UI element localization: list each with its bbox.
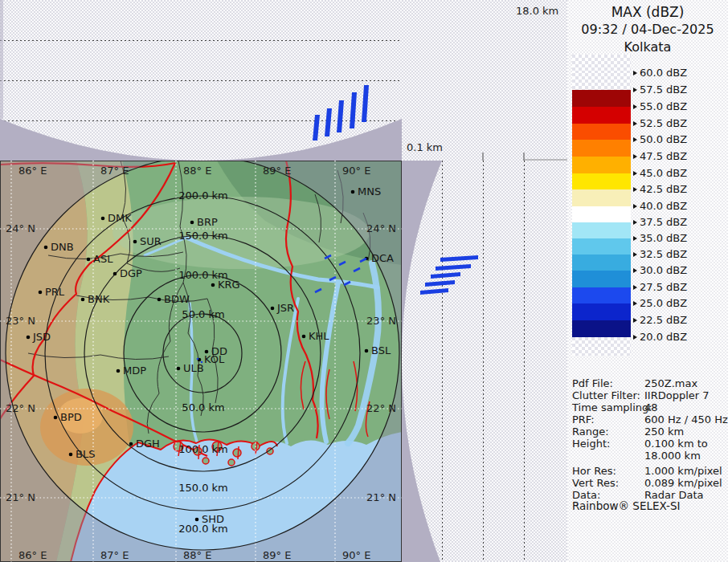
lon-label-bottom: 87° E [100, 549, 129, 561]
info-label: Time sampling: [572, 401, 652, 413]
info-value: 250Z.max [644, 377, 697, 389]
scale-value-label: 52.5 dBZ [640, 117, 687, 128]
scale-band [572, 271, 631, 287]
station-label: DCA [371, 252, 394, 264]
info-label: Clutter Filter: [572, 389, 640, 401]
scale-value-label: 22.5 dBZ [640, 314, 687, 325]
scale-band [572, 140, 631, 157]
ew-echo-bar [313, 115, 320, 140]
height-axis-corner: 18.0 km 0.1 km [402, 0, 567, 161]
ew-echo-bar [350, 92, 357, 128]
scale-band [572, 206, 631, 222]
station-marker [157, 298, 162, 302]
ew-echo-bar [362, 85, 369, 122]
station-marker [211, 283, 215, 287]
echo-dot [201, 361, 203, 364]
lon-label-top: 89° E [263, 165, 291, 177]
scale-tick-arrow-icon [633, 187, 637, 192]
lat-label-right: 21° N [366, 491, 396, 503]
station-label: DMK [108, 212, 132, 224]
lat-label-right: 24° N [366, 222, 396, 234]
info-value: 0.089 km/pixel [644, 477, 722, 489]
lon-label-top: 88° E [183, 165, 211, 177]
info-value: IIRDoppler 7 [644, 389, 710, 401]
scale-value-label: 42.5 dBZ [640, 183, 687, 194]
station-label: DGP [120, 267, 142, 279]
scale-tick-arrow-icon [633, 154, 637, 159]
station-marker [39, 291, 43, 295]
scale-value-label: 57.5 dBZ [640, 83, 687, 95]
station-marker [133, 240, 137, 244]
scale-value-label: 45.0 dBZ [640, 167, 687, 178]
station-marker [101, 217, 105, 221]
station-marker [69, 453, 73, 457]
station-label: KHL [309, 330, 329, 342]
scale-value-label: 30.0 dBZ [640, 264, 687, 275]
lon-label-top: 87° E [100, 165, 129, 177]
range-ring-label: 150.0 km [178, 230, 228, 242]
scale-band [572, 189, 631, 206]
station-label: KOL [204, 353, 225, 365]
station-label: MNS [358, 185, 381, 198]
ew-echo-bar [325, 108, 332, 136]
range-ring-label: 50.0 km [182, 308, 224, 320]
ew-echo-bar [337, 100, 344, 132]
scale-band [572, 238, 631, 255]
scale-value-label: 20.0 dBZ [640, 331, 687, 342]
scale-band [572, 222, 631, 238]
info-value: 1.000 km/pixel [644, 465, 722, 477]
station-marker [87, 258, 91, 262]
station-label: JSD [32, 331, 51, 343]
scale-value-label: 32.5 dBZ [640, 248, 687, 259]
software-brand: Rainbow® SELEX-SI [572, 499, 680, 512]
scale-tick-arrow-icon [633, 285, 637, 290]
scale-tick-arrow-icon [633, 121, 637, 126]
station-label: DNB [51, 241, 74, 253]
scale-band [572, 73, 631, 90]
scale-band [572, 55, 631, 73]
range-ring-label: 200.0 km [178, 189, 228, 202]
scale-band [572, 287, 631, 303]
legend-panel: MAX (dBZ) 09:32 / 04-Dec-2025 Kolkata 60… [567, 0, 728, 562]
scale-value-label: 47.5 dBZ [640, 150, 687, 161]
scale-value-label: 40.0 dBZ [640, 200, 687, 211]
scale-tick-arrow-icon [633, 252, 637, 257]
scale-tick-arrow-icon [633, 236, 637, 241]
ns-echo-bar [431, 272, 460, 279]
scale-band [572, 90, 631, 107]
info-label: Hor Res: [572, 465, 616, 477]
station-marker [365, 349, 369, 353]
station-label: SHD [202, 513, 224, 525]
ns-echo-bar [425, 280, 455, 287]
scale-band [572, 255, 631, 271]
lat-label-left: 22° N [6, 402, 35, 414]
range-ring-label: 150.0 km [178, 482, 228, 494]
scale-band [572, 320, 631, 337]
ppi-map: 86° E86° E87° E87° E88° E88° E89° E89° E… [0, 161, 402, 562]
scale-value-label: 25.0 dBZ [640, 297, 687, 308]
info-value: 48 [644, 401, 658, 413]
scale-tick-arrow-icon [633, 204, 637, 209]
ns-echo-bar [420, 288, 448, 295]
ns-echo-bar [436, 264, 471, 271]
ns-projection-panel [402, 161, 562, 562]
lon-label-bottom: 89° E [263, 549, 291, 561]
station-label: PRL [45, 286, 65, 298]
station-marker [81, 298, 85, 302]
station-label: ULB [183, 362, 204, 374]
scale-value-label: 55.0 dBZ [640, 100, 687, 112]
station-label: BDW [164, 293, 190, 305]
scale-tick-arrow-icon [633, 335, 637, 340]
lat-label-left: 21° N [6, 491, 35, 503]
station-label: BSL [371, 344, 391, 356]
scale-tick-arrow-icon [633, 88, 637, 92]
ns-projection-canvas [402, 161, 562, 562]
scale-value-label: 50.0 dBZ [640, 133, 687, 145]
product-title: MAX (dBZ) [567, 4, 728, 20]
station-marker [195, 518, 199, 522]
scale-value-label: 35.0 dBZ [640, 232, 687, 243]
station-marker [27, 336, 31, 340]
scale-tick-arrow-icon [633, 104, 637, 109]
station-label: BNK [88, 293, 110, 305]
station-label: DGH [136, 438, 160, 450]
